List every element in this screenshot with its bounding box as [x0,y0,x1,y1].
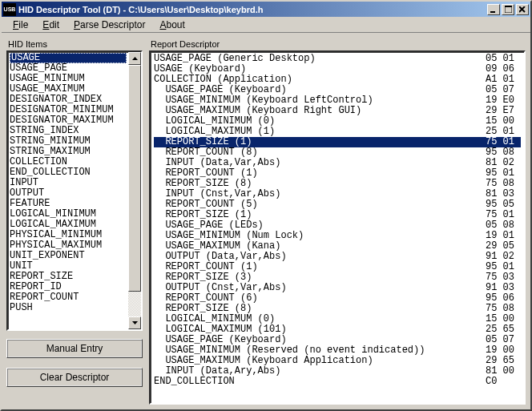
report-row-text: USAGE_MINIMUM (Reserved (no event indica… [154,345,486,356]
report-row[interactable]: REPORT_COUNT (6)95 06 [154,293,521,304]
report-row-text: USAGE_PAGE (LEDs) [154,220,486,231]
body: HID Items USAGEUSAGE_PAGEUSAGE_MINIMUMUS… [2,33,530,409]
report-row[interactable]: USAGE_MINIMUM (Keyboard LeftControl)19 E… [154,95,521,106]
report-row-hex: C0 [486,377,521,387]
report-row-text: REPORT_COUNT (5) [154,199,486,210]
report-row[interactable]: REPORT_COUNT (1)95 01 [154,262,521,272]
report-row-text: OUTPUT (Data,Var,Abs) [154,252,486,262]
report-row-text: USAGE_PAGE (Keyboard) [154,335,486,345]
svg-marker-6 [132,321,138,324]
report-row[interactable]: OUTPUT (Data,Var,Abs)91 02 [154,252,521,262]
report-row[interactable]: USAGE_MAXIMUM (Kana)29 05 [154,241,521,252]
report-row[interactable]: INPUT (Cnst,Var,Abs)81 03 [154,189,521,199]
report-row-text: LOGICAL_MINIMUM (0) [154,314,486,324]
report-row[interactable]: REPORT_SIZE (8)75 08 [154,304,521,314]
report-row-text: REPORT_COUNT (1) [154,168,486,179]
report-row[interactable]: USAGE_MAXIMUM (Keyboard Application)29 6… [154,356,521,366]
manual-entry-button[interactable]: Manual Entry [6,339,143,358]
menu-parse-descriptor[interactable]: Parse Descriptor [67,18,151,31]
report-row-text: USAGE_MINIMUM (Num Lock) [154,231,486,241]
window-title: HID Descriptor Tool (DT) - C:\Users\User… [18,5,487,14]
report-row[interactable]: REPORT_COUNT (5)95 05 [154,199,521,210]
report-row[interactable]: REPORT_COUNT (8)95 08 [154,147,521,158]
report-row[interactable]: INPUT (Data,Var,Abs)81 02 [154,158,521,168]
report-row-text: COLLECTION (Application) [154,75,486,85]
svg-rect-2 [505,6,512,7]
hid-items-label: HID Items [8,39,143,49]
report-row-text: REPORT_COUNT (1) [154,262,486,272]
report-row[interactable]: OUTPUT (Cnst,Var,Abs)91 03 [154,283,521,293]
report-row[interactable]: END_COLLECTIONC0 [154,377,521,387]
app-icon: USB [3,3,16,16]
maximize-icon [505,6,512,13]
report-row[interactable]: USAGE (Keyboard)09 06 [154,64,521,75]
report-row[interactable]: USAGE_MINIMUM (Num Lock)19 01 [154,231,521,241]
report-row-text: REPORT_SIZE (1) [154,137,486,147]
close-button[interactable] [516,4,529,15]
menu-edit[interactable]: Edit [36,18,66,31]
report-row-text: USAGE (Keyboard) [154,64,486,75]
report-row-text: OUTPUT (Cnst,Var,Abs) [154,283,486,293]
report-row-text: REPORT_SIZE (8) [154,179,486,189]
minimize-icon [490,6,497,13]
report-row[interactable]: LOGICAL_MAXIMUM (1)25 01 [154,127,521,137]
report-row-text: USAGE_MAXIMUM (Kana) [154,241,486,252]
chevron-up-icon [132,57,138,60]
report-row-text: INPUT (Cnst,Var,Abs) [154,189,486,199]
hid-items-scrollbar[interactable] [128,52,141,329]
report-row[interactable]: REPORT_SIZE (1)75 01 [154,210,521,220]
titlebar: USB HID Descriptor Tool (DT) - C:\Users\… [2,2,530,17]
report-row[interactable]: USAGE_PAGE (Keyboard)05 07 [154,335,521,345]
report-row-text: END_COLLECTION [154,377,486,387]
close-icon [519,6,526,13]
clear-descriptor-button[interactable]: Clear Descriptor [6,368,143,387]
report-row[interactable]: USAGE_MAXIMUM (Keyboard Right GUI)29 E7 [154,106,521,116]
scroll-track[interactable] [128,65,141,316]
hid-items-list[interactable]: USAGEUSAGE_PAGEUSAGE_MINIMUMUSAGE_MAXIMU… [8,52,128,329]
report-row[interactable]: REPORT_COUNT (1)95 01 [154,168,521,179]
menubar: File Edit Parse Descriptor About [2,17,530,33]
report-row-text: LOGICAL_MAXIMUM (101) [154,324,486,335]
maximize-button[interactable] [502,4,514,15]
scroll-thumb[interactable] [128,65,141,292]
report-row-text: USAGE_PAGE (Keyboard) [154,85,486,95]
report-row[interactable]: LOGICAL_MINIMUM (0)15 00 [154,314,521,324]
menu-about[interactable]: About [153,18,191,31]
report-row[interactable]: COLLECTION (Application)A1 01 [154,75,521,85]
scroll-up-button[interactable] [128,52,141,65]
report-row[interactable]: LOGICAL_MINIMUM (0)15 00 [154,116,521,127]
right-column: Report Descriptor USAGE_PAGE (Generic De… [149,36,526,405]
report-row-text: INPUT (Data,Ary,Abs) [154,366,486,377]
scroll-down-button[interactable] [128,316,141,329]
list-item[interactable]: PUSH [10,303,127,313]
report-row[interactable]: REPORT_SIZE (3)75 03 [154,272,521,283]
report-row[interactable]: USAGE_PAGE (LEDs)05 08 [154,220,521,231]
report-row[interactable]: REPORT_SIZE (1)75 01 [154,137,521,147]
menu-file[interactable]: File [6,18,34,31]
report-row-text: REPORT_SIZE (8) [154,304,486,314]
report-descriptor-label: Report Descriptor [151,39,526,49]
report-row[interactable]: REPORT_SIZE (8)75 08 [154,179,521,189]
hid-items-listbox[interactable]: USAGEUSAGE_PAGEUSAGE_MINIMUMUSAGE_MAXIMU… [6,50,143,331]
chevron-down-icon [132,321,138,324]
report-row-text: REPORT_COUNT (6) [154,293,486,304]
report-row[interactable]: INPUT (Data,Ary,Abs)81 00 [154,366,521,377]
report-row-text: USAGE_PAGE (Generic Desktop) [154,54,486,64]
svg-marker-5 [132,57,138,60]
report-row[interactable]: LOGICAL_MAXIMUM (101)25 65 [154,324,521,335]
report-row-text: INPUT (Data,Var,Abs) [154,158,486,168]
report-descriptor-listbox[interactable]: USAGE_PAGE (Generic Desktop)05 01USAGE (… [149,50,526,405]
report-row-text: LOGICAL_MINIMUM (0) [154,116,486,127]
report-row-text: REPORT_SIZE (3) [154,272,486,283]
minimize-button[interactable] [487,4,500,15]
left-column: HID Items USAGEUSAGE_PAGEUSAGE_MINIMUMUS… [6,36,143,405]
svg-rect-0 [490,11,495,13]
report-row-text: REPORT_SIZE (1) [154,210,486,220]
report-row[interactable]: USAGE_MINIMUM (Reserved (no event indica… [154,345,521,356]
report-row[interactable]: USAGE_PAGE (Generic Desktop)05 01 [154,54,521,64]
report-row[interactable]: USAGE_PAGE (Keyboard)05 07 [154,85,521,95]
report-row-text: REPORT_COUNT (8) [154,147,486,158]
report-row-text: USAGE_MINIMUM (Keyboard LeftControl) [154,95,486,106]
app-window: USB HID Descriptor Tool (DT) - C:\Users\… [0,0,532,411]
report-row-text: USAGE_MAXIMUM (Keyboard Application) [154,356,486,366]
